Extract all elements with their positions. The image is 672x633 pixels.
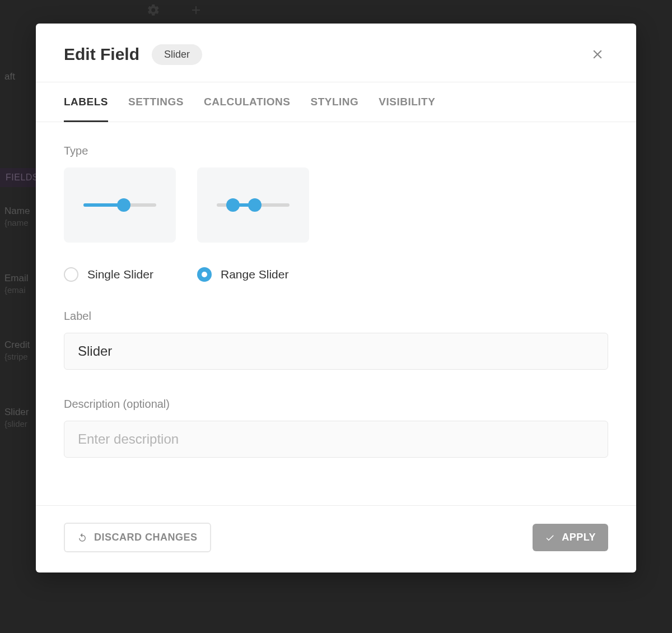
radio-range-label: Range Slider [221, 268, 288, 281]
discard-button[interactable]: DISCARD CHANGES [64, 523, 211, 552]
type-section-label: Type [64, 145, 608, 157]
tab-settings[interactable]: SETTINGS [128, 82, 184, 122]
modal-footer: DISCARD CHANGES APPLY [36, 505, 636, 573]
radio-range-slider[interactable]: Range Slider [197, 267, 309, 282]
apply-button[interactable]: APPLY [533, 524, 608, 551]
label-field-group: Label [64, 310, 608, 370]
field-type-badge: Slider [152, 44, 202, 65]
modal-title: Edit Field [64, 45, 139, 64]
label-section-label: Label [64, 310, 608, 323]
single-slider-icon [83, 198, 156, 212]
tab-visibility[interactable]: VISIBILITY [379, 82, 435, 122]
label-input[interactable] [64, 333, 608, 370]
modal-header: Edit Field Slider [36, 24, 636, 82]
apply-label: APPLY [562, 532, 596, 543]
close-icon [590, 47, 605, 62]
description-section-label: Description (optional) [64, 398, 608, 411]
type-card-single[interactable] [64, 167, 176, 243]
close-button[interactable] [587, 44, 608, 65]
radio-single-slider[interactable]: Single Slider [64, 267, 176, 282]
type-radio-row: Single Slider Range Slider [64, 267, 608, 282]
undo-icon [77, 533, 87, 543]
tab-labels[interactable]: LABELS [64, 82, 108, 122]
radio-single-label: Single Slider [87, 268, 153, 281]
tab-styling[interactable]: STYLING [310, 82, 358, 122]
type-options [64, 167, 608, 243]
edit-field-modal: Edit Field Slider LABELS SETTINGS CALCUL… [36, 24, 636, 573]
modal-body: Type Single Slider Range Slider [36, 122, 636, 505]
range-slider-icon [217, 198, 290, 212]
radio-icon [197, 267, 212, 282]
type-card-range[interactable] [197, 167, 309, 243]
check-icon [545, 533, 555, 543]
tab-calculations[interactable]: CALCULATIONS [204, 82, 290, 122]
modal-tabs: LABELS SETTINGS CALCULATIONS STYLING VIS… [36, 82, 636, 122]
description-field-group: Description (optional) [64, 398, 608, 458]
description-input[interactable] [64, 421, 608, 458]
discard-label: DISCARD CHANGES [94, 532, 198, 543]
radio-icon [64, 267, 78, 282]
